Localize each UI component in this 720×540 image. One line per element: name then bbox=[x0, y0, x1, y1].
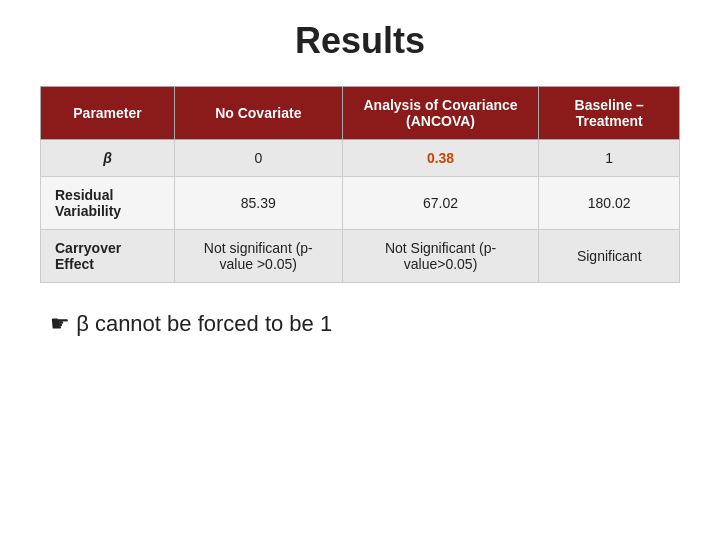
footer-note: ☛ β cannot be forced to be 1 bbox=[40, 311, 332, 337]
col-header-baseline-treatment: Baseline – Treatment bbox=[539, 87, 680, 140]
results-table: Parameter No Covariate Analysis of Covar… bbox=[40, 86, 680, 283]
table-row: Carryover EffectNot significant (p-value… bbox=[41, 230, 680, 283]
cell-ancova: 67.02 bbox=[342, 177, 539, 230]
footer-text: β cannot be forced to be 1 bbox=[76, 311, 332, 336]
col-header-ancova: Analysis of Covariance (ANCOVA) bbox=[342, 87, 539, 140]
cell-baseline-treatment: 180.02 bbox=[539, 177, 680, 230]
cell-ancova: 0.38 bbox=[342, 140, 539, 177]
cell-baseline-treatment: 1 bbox=[539, 140, 680, 177]
page-title: Results bbox=[295, 20, 425, 62]
cell-parameter: Carryover Effect bbox=[41, 230, 175, 283]
cell-parameter: Residual Variability bbox=[41, 177, 175, 230]
col-header-parameter: Parameter bbox=[41, 87, 175, 140]
cell-no-covariate: 0 bbox=[175, 140, 343, 177]
cell-parameter: β bbox=[41, 140, 175, 177]
col-header-no-covariate: No Covariate bbox=[175, 87, 343, 140]
cell-no-covariate: 85.39 bbox=[175, 177, 343, 230]
bullet-icon: ☛ bbox=[50, 311, 76, 336]
table-row: β00.381 bbox=[41, 140, 680, 177]
cell-no-covariate: Not significant (p-value >0.05) bbox=[175, 230, 343, 283]
table-row: Residual Variability85.3967.02180.02 bbox=[41, 177, 680, 230]
cell-baseline-treatment: Significant bbox=[539, 230, 680, 283]
cell-ancova: Not Significant (p-value>0.05) bbox=[342, 230, 539, 283]
